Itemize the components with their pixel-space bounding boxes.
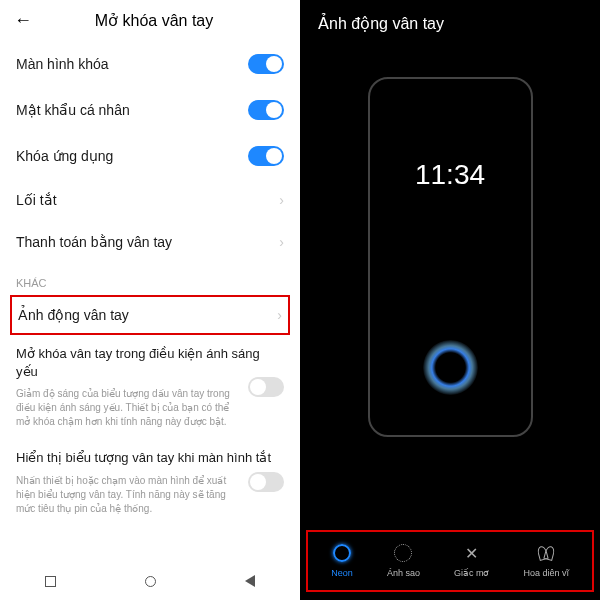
android-nav-bar [0,564,300,600]
starlight-icon [392,542,414,564]
row-label: Màn hình khóa [16,56,109,72]
row-shortcut[interactable]: Lối tắt › [0,179,300,221]
dream-icon: ✕ [461,542,483,564]
neon-icon [331,542,353,564]
phone-preview: 11:34 [368,77,533,437]
row-password[interactable]: Mật khẩu cá nhân [0,87,300,133]
row-label: Khóa ứng dụng [16,148,113,164]
style-starlight[interactable]: Ánh sao [387,542,420,578]
butterfly-icon [535,542,557,564]
row-label: Lối tắt [16,192,57,208]
row-label: Mở khóa vân tay trong điều kiện ánh sáng… [16,345,284,381]
section-label-other: KHÁC [0,263,300,295]
style-label: Giấc mơ [454,568,490,578]
settings-panel: ← Mở khóa vân tay Màn hình khóa Mật khẩu… [0,0,300,600]
recent-apps-button[interactable] [41,572,59,590]
row-lock-screen[interactable]: Màn hình khóa [0,41,300,87]
style-label: Ánh sao [387,568,420,578]
toggle-on[interactable] [248,100,284,120]
page-title: Ảnh động vân tay [300,0,600,47]
toggle-off[interactable] [248,377,284,397]
back-button[interactable] [241,572,259,590]
row-label: Thanh toán bằng vân tay [16,234,172,250]
row-label: Hiển thị biểu tượng vân tay khi màn hình… [16,449,271,467]
home-button[interactable] [141,572,159,590]
style-label: Hoa diên vĩ [523,568,569,578]
animation-preview-panel: Ảnh động vân tay 11:34 Neon Ánh sao ✕ Gi… [300,0,600,600]
toggle-on[interactable] [248,54,284,74]
row-label: Mật khẩu cá nhân [16,102,130,118]
style-dream[interactable]: ✕ Giấc mơ [454,542,490,578]
row-payment[interactable]: Thanh toán bằng vân tay › [0,221,300,263]
style-butterfly[interactable]: Hoa diên vĩ [523,542,569,578]
back-icon[interactable]: ← [14,10,32,31]
style-label: Neon [331,568,353,578]
row-showicon[interactable]: Hiển thị biểu tượng vân tay khi màn hình… [0,439,300,525]
row-app-lock[interactable]: Khóa ứng dụng [0,133,300,179]
toggle-off[interactable] [248,472,284,492]
chevron-right-icon: › [279,192,284,208]
clock-display: 11:34 [415,159,485,191]
row-lowlight[interactable]: Mở khóa vân tay trong điều kiện ánh sáng… [0,335,300,439]
row-label: Ảnh động vân tay [18,307,129,323]
row-animation[interactable]: Ảnh động vân tay › [10,295,290,335]
fingerprint-animation-icon [423,340,478,395]
page-title: Mở khóa vân tay [52,11,256,30]
header: ← Mở khóa vân tay [0,0,300,41]
chevron-right-icon: › [279,234,284,250]
toggle-on[interactable] [248,146,284,166]
style-selector: Neon Ánh sao ✕ Giấc mơ Hoa diên vĩ [306,530,594,592]
style-neon[interactable]: Neon [331,542,353,578]
chevron-right-icon: › [277,307,282,323]
